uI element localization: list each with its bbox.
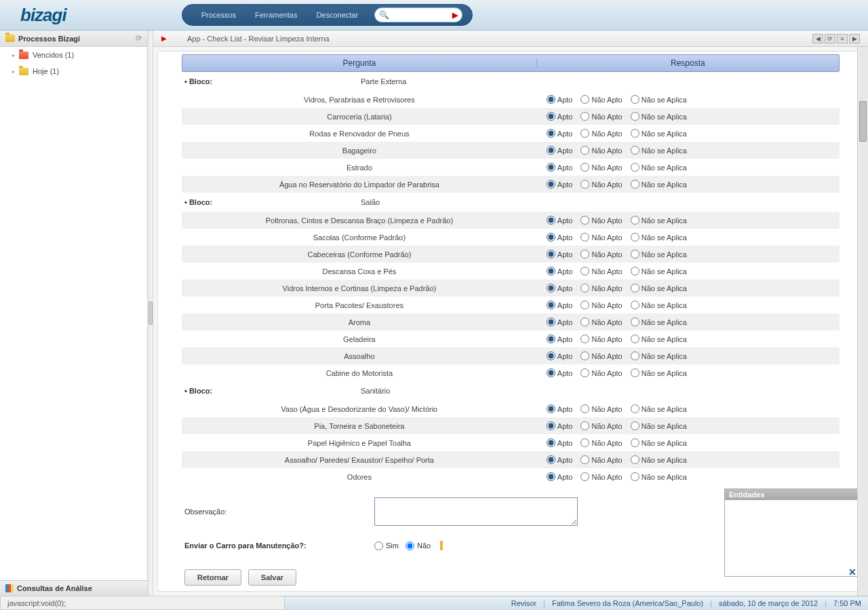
- na-option[interactable]: Não se Aplica: [631, 335, 687, 343]
- nav-list-icon[interactable]: ≡: [837, 34, 848, 43]
- na-option[interactable]: Não se Aplica: [631, 455, 687, 464]
- nao-apto-option[interactable]: Não Apto: [580, 318, 622, 326]
- nao-apto-radio[interactable]: [580, 472, 589, 481]
- vertical-scrollbar[interactable]: [857, 47, 868, 596]
- sidebar-item[interactable]: ▸Hoje (1): [0, 63, 147, 79]
- nao-apto-option[interactable]: Não Apto: [580, 233, 622, 242]
- na-radio[interactable]: [631, 404, 639, 413]
- na-option[interactable]: Não se Aplica: [631, 95, 687, 104]
- nao-apto-radio[interactable]: [580, 112, 589, 121]
- apto-radio[interactable]: [547, 455, 555, 464]
- na-option[interactable]: Não se Aplica: [631, 351, 687, 360]
- na-radio[interactable]: [631, 146, 639, 155]
- observacao-input[interactable]: [374, 497, 578, 526]
- na-radio[interactable]: [631, 351, 639, 360]
- na-radio[interactable]: [631, 129, 639, 138]
- entidades-close-icon[interactable]: ✕: [848, 567, 856, 577]
- apto-radio[interactable]: [547, 180, 555, 189]
- apto-radio[interactable]: [547, 351, 555, 360]
- nao-apto-option[interactable]: Não Apto: [580, 455, 622, 464]
- apto-radio[interactable]: [547, 233, 555, 242]
- apto-option[interactable]: Apto: [547, 368, 573, 377]
- nao-apto-option[interactable]: Não Apto: [580, 267, 622, 275]
- na-radio[interactable]: [631, 335, 639, 343]
- nav-refresh-icon[interactable]: ⟳: [825, 34, 835, 43]
- nao-apto-radio[interactable]: [580, 163, 589, 172]
- apto-option[interactable]: Apto: [547, 404, 573, 413]
- nao-apto-radio[interactable]: [580, 335, 589, 343]
- na-option[interactable]: Não se Aplica: [631, 368, 687, 377]
- nao-apto-radio[interactable]: [580, 180, 589, 189]
- nao-apto-radio[interactable]: [580, 421, 589, 430]
- na-option[interactable]: Não se Aplica: [631, 472, 687, 481]
- na-radio[interactable]: [631, 301, 639, 309]
- na-radio[interactable]: [631, 216, 639, 225]
- nao-apto-radio[interactable]: [580, 438, 589, 447]
- na-option[interactable]: Não se Aplica: [631, 284, 687, 292]
- nao-apto-option[interactable]: Não Apto: [580, 163, 622, 172]
- apto-option[interactable]: Apto: [547, 318, 573, 326]
- nav-back-icon[interactable]: ◀: [812, 34, 823, 43]
- na-radio[interactable]: [631, 95, 639, 104]
- refresh-icon[interactable]: ⟳: [136, 34, 142, 43]
- nao-apto-radio[interactable]: [580, 95, 589, 104]
- na-option[interactable]: Não se Aplica: [631, 301, 687, 309]
- apto-option[interactable]: Apto: [547, 146, 573, 155]
- apto-option[interactable]: Apto: [547, 335, 573, 343]
- nao-apto-radio[interactable]: [580, 146, 589, 155]
- nao-apto-option[interactable]: Não Apto: [580, 146, 622, 155]
- nao-apto-radio[interactable]: [580, 216, 589, 225]
- apto-option[interactable]: Apto: [547, 301, 573, 309]
- apto-option[interactable]: Apto: [547, 351, 573, 360]
- na-option[interactable]: Não se Aplica: [631, 421, 687, 430]
- nao-apto-option[interactable]: Não Apto: [580, 284, 622, 292]
- na-option[interactable]: Não se Aplica: [631, 267, 687, 275]
- nao-apto-option[interactable]: Não Apto: [580, 335, 622, 343]
- nav-forward-icon[interactable]: ▶: [849, 34, 860, 43]
- apto-option[interactable]: Apto: [547, 163, 573, 172]
- apto-option[interactable]: Apto: [547, 421, 573, 430]
- enviar-nao-radio[interactable]: [406, 541, 414, 550]
- na-radio[interactable]: [631, 455, 639, 464]
- nav-desconectar[interactable]: Desconectar: [307, 11, 368, 19]
- na-radio[interactable]: [631, 267, 639, 275]
- nav-processos[interactable]: Processos: [192, 11, 245, 19]
- apto-radio[interactable]: [547, 112, 555, 121]
- nao-apto-radio[interactable]: [580, 455, 589, 464]
- na-radio[interactable]: [631, 112, 639, 121]
- na-radio[interactable]: [631, 284, 639, 292]
- na-radio[interactable]: [631, 163, 639, 172]
- apto-option[interactable]: Apto: [547, 472, 573, 481]
- apto-option[interactable]: Apto: [547, 95, 573, 104]
- na-option[interactable]: Não se Aplica: [631, 438, 687, 447]
- nao-apto-option[interactable]: Não Apto: [580, 250, 622, 259]
- apto-option[interactable]: Apto: [547, 233, 573, 242]
- nao-apto-radio[interactable]: [580, 404, 589, 413]
- nao-apto-radio[interactable]: [580, 368, 589, 377]
- na-radio[interactable]: [631, 421, 639, 430]
- na-option[interactable]: Não se Aplica: [631, 216, 687, 225]
- na-option[interactable]: Não se Aplica: [631, 318, 687, 326]
- apto-option[interactable]: Apto: [547, 267, 573, 275]
- nao-apto-option[interactable]: Não Apto: [580, 404, 622, 413]
- sidebar-item[interactable]: ▸Vencidos (1): [0, 47, 147, 63]
- expand-icon[interactable]: ▸: [12, 52, 15, 58]
- apto-radio[interactable]: [547, 267, 555, 275]
- nao-apto-option[interactable]: Não Apto: [580, 301, 622, 309]
- nao-apto-radio[interactable]: [580, 250, 589, 259]
- nao-apto-radio[interactable]: [580, 284, 589, 292]
- salvar-button[interactable]: Salvar: [248, 569, 296, 586]
- na-radio[interactable]: [631, 233, 639, 242]
- apto-option[interactable]: Apto: [547, 112, 573, 121]
- na-radio[interactable]: [631, 318, 639, 326]
- splitter-handle[interactable]: [149, 301, 153, 325]
- scrollbar-thumb[interactable]: [859, 101, 867, 142]
- nao-apto-option[interactable]: Não Apto: [580, 472, 622, 481]
- search-input[interactable]: [392, 11, 452, 19]
- nao-apto-radio[interactable]: [580, 351, 589, 360]
- na-option[interactable]: Não se Aplica: [631, 163, 687, 172]
- na-option[interactable]: Não se Aplica: [631, 112, 687, 121]
- apto-radio[interactable]: [547, 146, 555, 155]
- apto-radio[interactable]: [547, 95, 555, 104]
- sidebar-footer[interactable]: Consultas de Análise: [0, 580, 147, 596]
